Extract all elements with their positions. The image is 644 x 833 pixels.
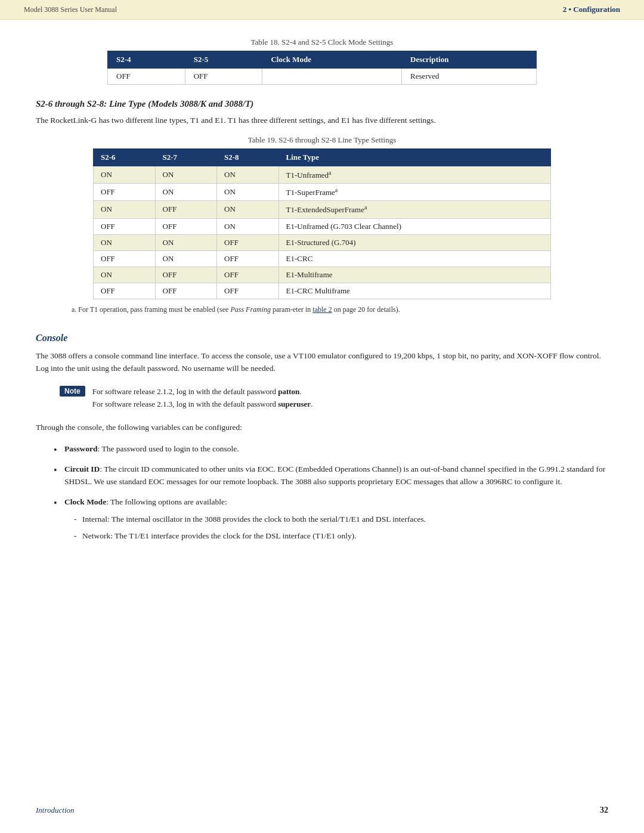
cell: ON (94, 267, 156, 283)
header-bar: Model 3088 Series User Manual 2 • Config… (0, 0, 644, 20)
cell: ON (155, 234, 217, 250)
table18: S2-4 S2-5 Clock Mode Description OFF OFF… (107, 51, 537, 85)
cell: OFF (217, 250, 279, 267)
footnote-letter: a. (72, 305, 76, 314)
cell: OFF (94, 183, 156, 200)
table-row: ONOFFONT1-ExtendedSuperFramea (94, 201, 551, 218)
main-content: Table 18. S2-4 and S2-5 Clock Mode Setti… (0, 20, 644, 587)
cell: ON (155, 250, 217, 267)
table19-caption: Table 19. S2-6 through S2-8 Line Type Se… (36, 135, 608, 145)
footer-intro: Introduction (36, 806, 75, 815)
cell: OFF (94, 283, 156, 299)
cell: E1-CRC (278, 250, 550, 267)
table-row: OFFOFFOFFE1-CRC Multiframe (94, 283, 551, 299)
section-heading: S2-6 through S2-8: Line Type (Models 308… (36, 99, 608, 109)
cell: T1-SuperFramea (278, 183, 550, 200)
footnote: a. For T1 operation, pass framing must b… (72, 304, 608, 315)
cell-description: Reserved (402, 69, 537, 85)
cell-clockmode (262, 69, 402, 85)
cell: ON (155, 166, 217, 183)
console-heading: Console (36, 333, 608, 343)
footer-page: 32 (600, 806, 608, 815)
footnote-text: For T1 operation, pass framing must be e… (78, 305, 400, 314)
cell: OFF (94, 218, 156, 234)
table19: S2-6 S2-7 S2-8 Line Type ONONONT1-Unfram… (93, 148, 551, 299)
bullet-label-circuitid: Circuit ID (64, 465, 100, 473)
table18-header-s24: S2-4 (108, 51, 185, 69)
cell: E1-CRC Multiframe (278, 283, 550, 299)
cell: ON (94, 201, 156, 218)
clock-mode-sublist: Internal: The internal oscillator in the… (74, 513, 608, 542)
bullet-label-password: Password (64, 444, 98, 453)
table19-header-s28: S2-8 (217, 148, 279, 166)
bullet-text-circuitid: : The circuit ID communicated to other u… (64, 465, 605, 487)
table18-header-clockmode: Clock Mode (262, 51, 402, 69)
bullet-text-password: : The password used to login to the cons… (98, 444, 239, 453)
list-item-password: Password: The password used to login to … (54, 442, 608, 456)
through-para: Through the console, the following varia… (36, 421, 608, 434)
dash-item-internal: Internal: The internal oscillator in the… (74, 513, 608, 526)
section-para: The RocketLink-G has two different line … (36, 114, 608, 127)
cell: OFF (155, 218, 217, 234)
table-row: OFF OFF Reserved (108, 69, 537, 85)
list-item-circuitid: Circuit ID: The circuit ID communicated … (54, 463, 608, 488)
note-line2: For software release 2.1.3, log in with … (92, 398, 313, 411)
dash-item-network: Network: The T1/E1 interface provides th… (74, 529, 608, 543)
cell: E1-Unframed (G.703 Clear Channel) (278, 218, 550, 234)
cell-s24: OFF (108, 69, 185, 85)
cell: OFF (217, 234, 279, 250)
note-content: For software release 2.1.2, log in with … (92, 386, 313, 411)
table-row: ONOFFOFFE1-Multiframe (94, 267, 551, 283)
table-row: ONONOFFE1-Structured (G.704) (94, 234, 551, 250)
table18-header-description: Description (402, 51, 537, 69)
list-item-clockmode: Clock Mode: The following options are av… (54, 496, 608, 543)
table18-caption: Table 18. S2-4 and S2-5 Clock Mode Setti… (36, 38, 608, 47)
note-line1: For software release 2.1.2, log in with … (92, 386, 313, 398)
cell: ON (217, 166, 279, 183)
cell-s25: OFF (185, 69, 262, 85)
cell: ON (155, 183, 217, 200)
bullet-text-clockmode: : The following options are available: (106, 497, 227, 506)
table19-header-s26: S2-6 (94, 148, 156, 166)
note-bold2: superuser (278, 400, 311, 408)
table19-header-row: S2-6 S2-7 S2-8 Line Type (94, 148, 551, 166)
manual-title: Model 3088 Series User Manual (24, 5, 117, 14)
cell: OFF (94, 250, 156, 267)
cell: OFF (217, 283, 279, 299)
cell: ON (94, 234, 156, 250)
table-row: ONONONT1-Unframeda (94, 166, 551, 183)
cell: OFF (217, 267, 279, 283)
note-bold1: patton (278, 387, 299, 396)
cell: ON (217, 183, 279, 200)
table19-header-s27: S2-7 (155, 148, 217, 166)
table-row: OFFONOFFE1-CRC (94, 250, 551, 267)
note-label: Note (60, 386, 85, 397)
bullet-label-clockmode: Clock Mode (64, 497, 106, 506)
footer: Introduction 32 (0, 806, 644, 815)
cell: ON (94, 166, 156, 183)
cell: OFF (155, 201, 217, 218)
table18-header-row: S2-4 S2-5 Clock Mode Description (108, 51, 537, 69)
cell: OFF (155, 267, 217, 283)
cell: OFF (155, 283, 217, 299)
table-row: OFFOFFONE1-Unframed (G.703 Clear Channel… (94, 218, 551, 234)
cell: ON (217, 201, 279, 218)
table19-header-linetype: Line Type (278, 148, 550, 166)
cell: T1-ExtendedSuperFramea (278, 201, 550, 218)
cell: E1-Multiframe (278, 267, 550, 283)
cell: ON (217, 218, 279, 234)
section-title: 2 • Configuration (563, 5, 620, 14)
table-row: OFFONONT1-SuperFramea (94, 183, 551, 200)
footnote-link[interactable]: table 2 (312, 305, 332, 314)
bullet-list: Password: The password used to login to … (54, 442, 608, 543)
console-para1: The 3088 offers a console command line i… (36, 349, 608, 375)
table18-header-s25: S2-5 (185, 51, 262, 69)
note-box: Note For software release 2.1.2, log in … (60, 386, 608, 411)
cell: E1-Structured (G.704) (278, 234, 550, 250)
cell: T1-Unframeda (278, 166, 550, 183)
